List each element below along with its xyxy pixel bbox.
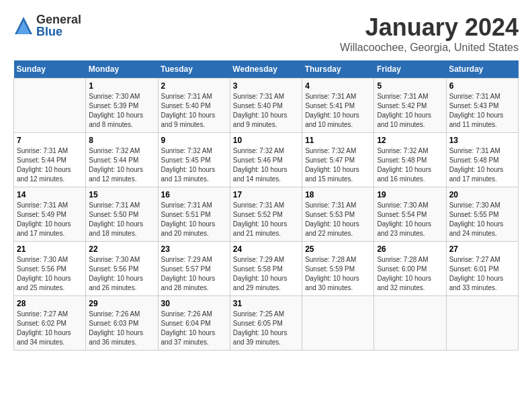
day-info: Sunrise: 7:30 AM Sunset: 5:56 PM Dayligh… — [17, 255, 83, 293]
day-info: Sunrise: 7:30 AM Sunset: 5:54 PM Dayligh… — [377, 201, 443, 238]
calendar-cell: 31Sunrise: 7:25 AM Sunset: 6:05 PM Dayli… — [230, 296, 302, 351]
day-info: Sunrise: 7:31 AM Sunset: 5:51 PM Dayligh… — [161, 201, 227, 238]
weekday-header-sunday: Sunday — [14, 60, 86, 79]
calendar-week-1: 1Sunrise: 7:30 AM Sunset: 5:39 PM Daylig… — [14, 79, 519, 133]
day-info: Sunrise: 7:26 AM Sunset: 6:03 PM Dayligh… — [89, 310, 154, 347]
calendar-cell: 5Sunrise: 7:31 AM Sunset: 5:42 PM Daylig… — [374, 79, 446, 133]
day-info: Sunrise: 7:30 AM Sunset: 5:39 PM Dayligh… — [89, 92, 154, 130]
logo-blue-text: Blue — [36, 26, 81, 38]
calendar-cell: 10Sunrise: 7:32 AM Sunset: 5:46 PM Dayli… — [230, 133, 302, 187]
calendar-cell: 17Sunrise: 7:31 AM Sunset: 5:52 PM Dayli… — [230, 187, 302, 242]
calendar-week-2: 7Sunrise: 7:31 AM Sunset: 5:44 PM Daylig… — [14, 133, 519, 187]
day-number: 2 — [161, 81, 227, 91]
day-number: 10 — [233, 136, 299, 145]
day-number: 23 — [161, 244, 227, 254]
calendar-cell: 18Sunrise: 7:31 AM Sunset: 5:53 PM Dayli… — [302, 187, 374, 242]
day-info: Sunrise: 7:31 AM Sunset: 5:40 PM Dayligh… — [233, 92, 299, 130]
calendar-cell: 23Sunrise: 7:29 AM Sunset: 5:57 PM Dayli… — [158, 242, 230, 296]
day-info: Sunrise: 7:27 AM Sunset: 6:01 PM Dayligh… — [449, 255, 515, 293]
day-info: Sunrise: 7:31 AM Sunset: 5:48 PM Dayligh… — [449, 146, 515, 184]
title-section: January 2024 Willacoochee, Georgia, Unit… — [340, 13, 519, 54]
calendar-week-5: 28Sunrise: 7:27 AM Sunset: 6:02 PM Dayli… — [14, 296, 519, 351]
day-number: 25 — [305, 244, 371, 254]
calendar-cell: 19Sunrise: 7:30 AM Sunset: 5:54 PM Dayli… — [374, 187, 446, 242]
calendar-cell: 29Sunrise: 7:26 AM Sunset: 6:03 PM Dayli… — [86, 296, 158, 351]
day-info: Sunrise: 7:31 AM Sunset: 5:40 PM Dayligh… — [161, 92, 227, 130]
day-info: Sunrise: 7:31 AM Sunset: 5:41 PM Dayligh… — [305, 92, 371, 130]
calendar-cell — [14, 79, 86, 133]
weekday-header-saturday: Saturday — [446, 60, 518, 79]
calendar-cell: 15Sunrise: 7:31 AM Sunset: 5:50 PM Dayli… — [86, 187, 158, 242]
day-number: 28 — [17, 299, 83, 308]
day-info: Sunrise: 7:29 AM Sunset: 5:58 PM Dayligh… — [233, 255, 299, 293]
day-info: Sunrise: 7:28 AM Sunset: 5:59 PM Dayligh… — [305, 255, 371, 293]
day-number: 30 — [161, 299, 227, 308]
logo: General Blue — [13, 13, 81, 38]
calendar-cell: 14Sunrise: 7:31 AM Sunset: 5:49 PM Dayli… — [14, 187, 86, 242]
day-info: Sunrise: 7:27 AM Sunset: 6:02 PM Dayligh… — [17, 310, 83, 347]
logo-general-text: General — [36, 13, 81, 26]
location-title: Willacoochee, Georgia, United States — [340, 42, 519, 54]
weekday-header-tuesday: Tuesday — [158, 60, 230, 79]
day-info: Sunrise: 7:30 AM Sunset: 5:56 PM Dayligh… — [89, 255, 154, 293]
day-info: Sunrise: 7:29 AM Sunset: 5:57 PM Dayligh… — [161, 255, 227, 293]
day-number: 13 — [449, 136, 515, 145]
calendar-cell: 2Sunrise: 7:31 AM Sunset: 5:40 PM Daylig… — [158, 79, 230, 133]
day-number: 6 — [449, 81, 515, 91]
weekday-header-row: SundayMondayTuesdayWednesdayThursdayFrid… — [14, 60, 519, 79]
day-info: Sunrise: 7:32 AM Sunset: 5:47 PM Dayligh… — [305, 146, 371, 184]
calendar-cell: 26Sunrise: 7:28 AM Sunset: 6:00 PM Dayli… — [374, 242, 446, 296]
calendar-cell: 30Sunrise: 7:26 AM Sunset: 6:04 PM Dayli… — [158, 296, 230, 351]
day-info: Sunrise: 7:32 AM Sunset: 5:44 PM Dayligh… — [89, 146, 154, 184]
day-info: Sunrise: 7:31 AM Sunset: 5:43 PM Dayligh… — [449, 92, 515, 130]
calendar-cell: 9Sunrise: 7:32 AM Sunset: 5:45 PM Daylig… — [158, 133, 230, 187]
calendar-cell: 12Sunrise: 7:32 AM Sunset: 5:48 PM Dayli… — [374, 133, 446, 187]
calendar-cell — [446, 296, 518, 351]
day-info: Sunrise: 7:30 AM Sunset: 5:55 PM Dayligh… — [449, 201, 515, 238]
calendar-week-3: 14Sunrise: 7:31 AM Sunset: 5:49 PM Dayli… — [14, 187, 519, 242]
calendar-cell: 22Sunrise: 7:30 AM Sunset: 5:56 PM Dayli… — [86, 242, 158, 296]
calendar-cell: 8Sunrise: 7:32 AM Sunset: 5:44 PM Daylig… — [86, 133, 158, 187]
calendar-cell — [374, 296, 446, 351]
day-number: 11 — [305, 136, 371, 145]
day-number: 29 — [89, 299, 154, 308]
day-number: 4 — [305, 81, 371, 91]
day-number: 15 — [89, 190, 154, 199]
day-number: 17 — [233, 190, 299, 199]
calendar-cell: 13Sunrise: 7:31 AM Sunset: 5:48 PM Dayli… — [446, 133, 518, 187]
day-number: 26 — [377, 244, 443, 254]
day-number: 21 — [17, 244, 83, 254]
calendar-cell: 24Sunrise: 7:29 AM Sunset: 5:58 PM Dayli… — [230, 242, 302, 296]
day-number: 18 — [305, 190, 371, 199]
day-number: 19 — [377, 190, 443, 199]
day-info: Sunrise: 7:31 AM Sunset: 5:50 PM Dayligh… — [89, 201, 154, 238]
day-info: Sunrise: 7:31 AM Sunset: 5:44 PM Dayligh… — [17, 146, 83, 184]
calendar-table: SundayMondayTuesdayWednesdayThursdayFrid… — [13, 60, 519, 351]
day-number: 14 — [17, 190, 83, 199]
day-info: Sunrise: 7:25 AM Sunset: 6:05 PM Dayligh… — [233, 310, 299, 347]
calendar-cell — [302, 296, 374, 351]
calendar-cell: 1Sunrise: 7:30 AM Sunset: 5:39 PM Daylig… — [86, 79, 158, 133]
day-number: 9 — [161, 136, 227, 145]
weekday-header-monday: Monday — [86, 60, 158, 79]
calendar-cell: 21Sunrise: 7:30 AM Sunset: 5:56 PM Dayli… — [14, 242, 86, 296]
day-number: 27 — [449, 244, 515, 254]
day-number: 31 — [233, 299, 299, 308]
calendar-body: 1Sunrise: 7:30 AM Sunset: 5:39 PM Daylig… — [14, 79, 519, 351]
day-number: 1 — [89, 81, 154, 91]
calendar-cell: 16Sunrise: 7:31 AM Sunset: 5:51 PM Dayli… — [158, 187, 230, 242]
weekday-header-friday: Friday — [374, 60, 446, 79]
calendar-cell: 27Sunrise: 7:27 AM Sunset: 6:01 PM Dayli… — [446, 242, 518, 296]
day-number: 3 — [233, 81, 299, 91]
logo-icon — [13, 15, 34, 36]
day-info: Sunrise: 7:31 AM Sunset: 5:42 PM Dayligh… — [377, 92, 443, 130]
day-info: Sunrise: 7:32 AM Sunset: 5:48 PM Dayligh… — [377, 146, 443, 184]
calendar-cell: 3Sunrise: 7:31 AM Sunset: 5:40 PM Daylig… — [230, 79, 302, 133]
day-number: 24 — [233, 244, 299, 254]
day-info: Sunrise: 7:31 AM Sunset: 5:49 PM Dayligh… — [17, 201, 83, 238]
day-info: Sunrise: 7:28 AM Sunset: 6:00 PM Dayligh… — [377, 255, 443, 293]
day-info: Sunrise: 7:26 AM Sunset: 6:04 PM Dayligh… — [161, 310, 227, 347]
calendar-week-4: 21Sunrise: 7:30 AM Sunset: 5:56 PM Dayli… — [14, 242, 519, 296]
calendar-cell: 20Sunrise: 7:30 AM Sunset: 5:55 PM Dayli… — [446, 187, 518, 242]
day-number: 8 — [89, 136, 154, 145]
